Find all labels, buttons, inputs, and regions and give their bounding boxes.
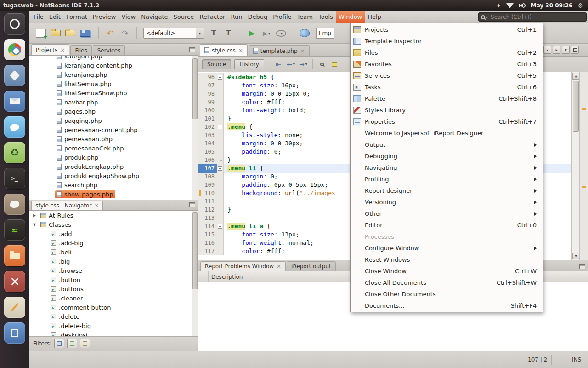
forward-icon[interactable]: →▾ [299,59,308,69]
maximize-icon[interactable] [571,46,579,54]
project-file-item[interactable]: produkLengkapShow.php [29,171,198,180]
launcher-gimp-icon[interactable] [4,194,25,215]
close-icon[interactable]: × [94,203,99,208]
window-menu-item-services[interactable]: ServicesCtrl+5 [351,70,542,81]
project-file-item[interactable]: lihatSemua.php [29,79,198,88]
navigator-class-item[interactable]: .add [29,229,198,238]
scrollbar[interactable] [192,56,198,200]
navigator-class-item[interactable]: .big [29,257,198,266]
window-menu-item-reset-windows[interactable]: Reset Windows [351,254,542,265]
window-menu-item-favorites[interactable]: FavoritesCtrl+3 [351,58,542,70]
back-icon[interactable]: ←▾ [286,59,295,69]
launcher-update-manager-icon[interactable]: ♻ [4,142,25,163]
navigator-class-item[interactable]: .add-big [29,238,198,247]
scrollbar-thumb[interactable] [192,58,198,119]
collapse-icon[interactable]: − [218,166,222,171]
source-view-button[interactable]: Source [202,59,231,69]
stripe-mark[interactable] [582,108,586,110]
scroll-up-icon[interactable]: ▲ [572,73,579,80]
editor-tab-style-css[interactable]: style.css× [200,44,248,56]
tab-navigator[interactable]: style.css - Navigator × [31,201,103,210]
launcher-system-settings-icon[interactable] [4,271,25,292]
close-icon[interactable]: × [60,47,65,53]
collapse-icon[interactable]: − [218,125,222,129]
menubar-item-preview[interactable]: Preview [90,11,119,23]
minimize-window-icon[interactable] [189,47,195,52]
save-all-icon[interactable] [80,30,90,37]
fold-indicator[interactable]: − [217,222,224,230]
toggle-highlight-icon[interactable] [330,59,339,69]
wifi-icon[interactable] [506,3,514,8]
collapse-icon[interactable]: − [218,224,222,229]
run-icon[interactable]: ▶ [247,28,257,39]
launcher-workspace-box-icon[interactable] [4,322,25,344]
new-project-icon[interactable] [51,30,61,36]
menubar-item-source[interactable]: Source [171,11,197,23]
navigator-class-item[interactable]: .button [29,275,198,284]
minimize-window-icon[interactable] [579,264,585,269]
window-menu-item-palette[interactable]: PaletteCtrl+Shift+8 [351,93,542,104]
navigator-class-item[interactable]: .beli [29,247,198,257]
open-project-icon[interactable] [65,30,75,36]
close-icon[interactable]: × [238,48,243,53]
tab-services[interactable]: Services [93,45,125,55]
launcher-file-manager-icon[interactable] [4,245,25,266]
editor-tab-template-php[interactable]: template.php× [249,45,310,56]
menubar-item-window[interactable]: Window [336,11,365,23]
menubar-item-format[interactable]: Format [63,11,90,23]
window-menu-item-styles-library[interactable]: Styles Library [351,104,542,116]
scroll-tabs-right-icon[interactable]: ▸ [553,46,560,54]
window-menu-item-other[interactable]: Other [351,208,542,219]
menubar-item-help[interactable]: Help [365,11,384,23]
clock[interactable]: May 30 09:26 [531,2,573,9]
menubar-item-view[interactable]: View [119,11,138,23]
window-menu-item-projects[interactable]: ProjectsCtrl+1 [351,24,542,35]
search-dropdown-icon[interactable]: ▾ [486,15,488,19]
window-menu-item-template-inspector[interactable]: Template Inspector [351,35,542,47]
combobox-arrow-icon[interactable]: ▾ [196,28,204,38]
new-file-icon[interactable] [36,29,46,38]
fold-indicator[interactable]: − [217,164,224,172]
menubar-item-file[interactable]: File [31,11,46,23]
output-tab-report-problems-window[interactable]: Report Problems Window× [200,261,286,271]
session-gear-icon[interactable]: ⚙ [577,2,583,9]
window-menu-item-close-other-documents[interactable]: Close Other Documents [351,288,542,300]
launcher-system-monitor-icon[interactable]: ≈ [4,219,25,241]
last-edit-icon[interactable]: ⇤ [274,59,283,69]
tab-projects[interactable]: Projects× [31,44,69,55]
fold-indicator[interactable]: − [217,123,224,131]
window-menu-item-welcome-to-jaspersoft-ireport-designer[interactable]: Welcome to Jaspersoft iReport Designer [351,127,542,139]
window-menu-item-versioning[interactable]: Versioning [351,196,542,208]
window-menu-item-configure-window[interactable]: Configure Window [351,242,542,254]
window-menu-item-close-window[interactable]: Close WindowCtrl+W [351,265,542,277]
scroll-down-icon[interactable]: ▼ [572,253,579,259]
navigator-class-item[interactable]: .cleaner [29,293,198,303]
scrollbar[interactable] [192,211,198,336]
find-selection-icon[interactable] [317,59,327,69]
project-file-item[interactable]: lihatSemuaShow.php [29,88,198,98]
redo-icon[interactable]: ↷ [120,28,130,39]
tab-files[interactable]: Files [70,45,91,55]
window-menu-item-files[interactable]: FilesCtrl+2 [351,47,542,58]
navigator-class-item[interactable]: .comment-button [29,303,198,312]
launcher-ubuntu-dash-icon[interactable] [4,13,25,34]
project-file-item[interactable]: keranjang.php [29,70,198,79]
fold-indicator[interactable]: − [217,73,224,81]
history-view-button[interactable]: History [234,59,264,69]
window-menu-item-navigating[interactable]: Navigating [351,162,542,173]
menubar-item-profile[interactable]: Profile [270,11,294,23]
project-file-item[interactable]: produkLengkap.php [29,162,198,171]
project-file-item[interactable]: pagging.php [29,116,198,125]
launcher-bird-app-icon[interactable] [4,116,25,138]
project-file-item[interactable]: navbar.php [29,98,198,107]
scroll-tabs-left-icon[interactable]: ◂ [543,46,551,54]
volume-icon[interactable] [519,3,526,8]
expander-icon[interactable]: ▼ [33,223,38,227]
tab-list-icon[interactable]: ▾ [562,46,570,54]
project-file-item[interactable]: search.php [29,180,198,190]
profile-icon[interactable]: ▾ [276,30,286,37]
window-menu-item-tasks[interactable]: TasksCtrl+6 [351,81,542,93]
menubar-item-team[interactable]: Team [294,11,316,23]
insert-mode-indicator[interactable]: INS [568,355,587,365]
project-file-item[interactable]: produk.php [29,153,198,162]
